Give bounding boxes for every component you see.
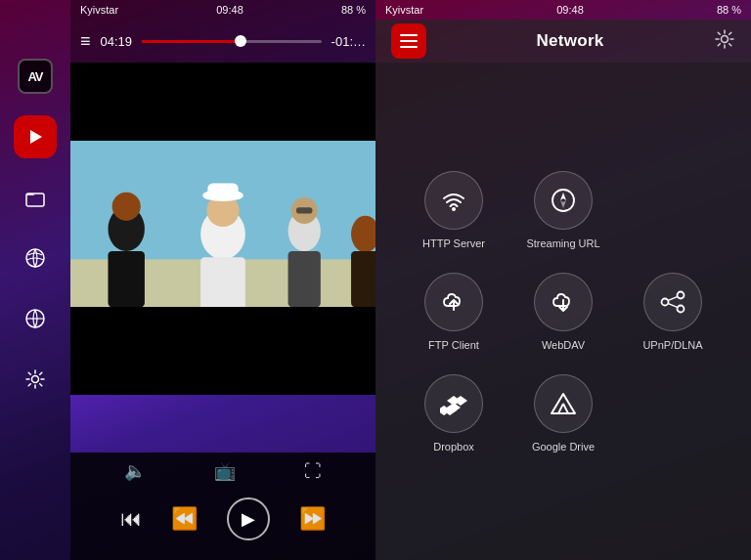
ftp-client-icon [424, 273, 483, 331]
dropbox-label: Dropbox [433, 441, 474, 452]
svg-rect-24 [400, 46, 418, 48]
video-area [70, 63, 376, 452]
svg-point-25 [721, 35, 728, 42]
svg-line-36 [668, 303, 677, 307]
svg-point-32 [678, 291, 685, 298]
network-title: Network [536, 31, 603, 51]
svg-point-34 [678, 305, 685, 312]
network-item-dropbox[interactable]: Dropbox [407, 374, 501, 452]
cloud-upload-icon [440, 288, 467, 316]
svg-rect-15 [207, 183, 238, 197]
network-icon [24, 247, 46, 269]
av-logo[interactable]: AV [18, 59, 53, 94]
sidebar-item-settings[interactable] [14, 358, 57, 401]
sidebar-item-play[interactable] [14, 115, 57, 158]
time-right: 09:48 [556, 4, 584, 16]
svg-line-44 [563, 404, 568, 413]
compass-icon [550, 187, 577, 214]
google-drive-logo [550, 390, 577, 417]
network-item-http-server[interactable]: HTTP Server [407, 171, 501, 249]
folder-icon [24, 187, 46, 208]
play-pause-button[interactable]: ▶ [227, 497, 270, 540]
svg-rect-23 [400, 40, 418, 42]
sidebar-item-web[interactable] [14, 297, 57, 340]
forward-button[interactable]: ⏩ [299, 506, 326, 532]
video-thumbnail[interactable] [70, 141, 376, 307]
ftp-client-label: FTP Client [428, 339, 479, 351]
progress-fill [142, 40, 241, 43]
svg-marker-28 [560, 193, 566, 200]
status-bar-right: Kyivstar 09:48 88 % [376, 0, 751, 20]
svg-rect-21 [351, 251, 376, 307]
left-panel: AV [0, 0, 376, 560]
svg-rect-19 [296, 207, 313, 213]
volume-icon[interactable]: 🔈 [124, 460, 146, 482]
svg-rect-12 [200, 257, 245, 307]
svg-rect-22 [400, 34, 418, 36]
prev-button[interactable]: ⏮ [120, 506, 142, 532]
network-item-ftp-client[interactable]: FTP Client [407, 273, 501, 351]
dropbox-icon [424, 374, 483, 433]
controls-bar: 🔈 📺 ⛶ [70, 452, 376, 490]
svg-point-26 [452, 207, 456, 211]
http-server-label: HTTP Server [422, 237, 485, 249]
status-bar-left: Kyivstar 09:48 88 % [70, 0, 376, 20]
network-item-upnp[interactable]: UPnP/DLNA [626, 273, 720, 351]
network-content: HTTP Server Streaming URL [376, 63, 751, 560]
dropbox-logo [440, 390, 467, 417]
streaming-url-label: Streaming URL [526, 237, 599, 249]
scene-svg [70, 141, 376, 307]
globe-icon [24, 308, 46, 329]
time-left: 09:48 [216, 4, 243, 16]
rewind-button[interactable]: ⏪ [171, 506, 198, 532]
settings-gear-icon [714, 28, 735, 50]
sidebar: AV [0, 0, 70, 560]
progress-thumb [235, 35, 246, 47]
cloud-download-icon [550, 288, 577, 316]
http-server-icon [424, 171, 483, 230]
wifi-icon [440, 187, 467, 214]
network-item-streaming-url[interactable]: Streaming URL [516, 171, 610, 249]
video-people [70, 141, 376, 307]
svg-rect-17 [288, 251, 321, 307]
settings-icon [24, 368, 46, 390]
svg-point-5 [32, 376, 39, 383]
svg-line-43 [558, 404, 563, 413]
fullscreen-icon[interactable]: ⛶ [304, 461, 322, 482]
right-panel: Kyivstar 09:48 88 % Network [376, 0, 751, 560]
sidebar-item-network[interactable] [14, 237, 57, 280]
network-grid: HTTP Server Streaming URL [407, 171, 720, 452]
tv-icon[interactable]: 📺 [214, 460, 236, 482]
current-time: 04:19 [101, 34, 133, 49]
playback-controls: ⏮ ⏪ ▶ ⏩ [70, 490, 376, 560]
empty-cell-2 [626, 374, 720, 452]
menu-button[interactable] [391, 23, 426, 59]
network-item-google-drive[interactable]: Google Drive [516, 374, 610, 452]
carrier-right: Kyivstar [385, 4, 423, 16]
top-bar-left: ≡ 04:19 -01:… [70, 20, 376, 63]
webdav-icon [534, 273, 593, 331]
gear-icon[interactable] [714, 28, 735, 55]
webdav-label: WebDAV [542, 339, 585, 351]
svg-marker-38 [454, 396, 467, 406]
google-drive-label: Google Drive [532, 441, 595, 452]
play-icon [25, 127, 45, 147]
svg-rect-9 [108, 251, 144, 307]
progress-bar[interactable] [142, 40, 322, 43]
battery-right: 88 % [717, 4, 741, 16]
svg-marker-0 [30, 130, 42, 144]
time-remaining: -01:… [331, 34, 366, 49]
sidebar-item-browse[interactable] [14, 176, 57, 219]
network-item-webdav[interactable]: WebDAV [516, 273, 610, 351]
upnp-icon [643, 273, 702, 331]
streaming-url-icon [534, 171, 593, 230]
video-bottom-black [70, 307, 376, 395]
main-content: Kyivstar 09:48 88 % ≡ 04:19 -01:… [70, 0, 376, 560]
empty-cell-1 [626, 171, 720, 249]
battery-left: 88 % [341, 4, 366, 16]
hamburger-icon[interactable]: ≡ [80, 31, 91, 52]
svg-line-35 [668, 296, 677, 300]
hamburger-lines [400, 34, 418, 48]
top-bar-right: Network [376, 20, 751, 63]
svg-marker-29 [560, 200, 566, 208]
